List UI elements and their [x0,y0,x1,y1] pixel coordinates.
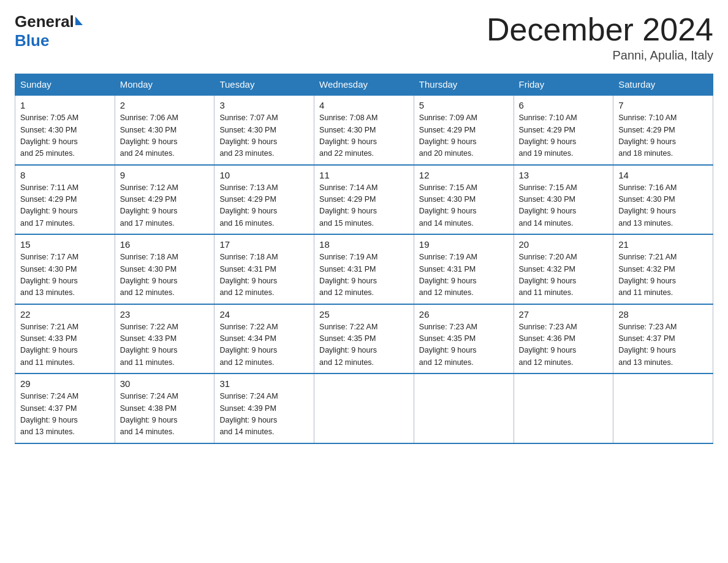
day-number: 21 [618,239,708,250]
calendar-cell: 2Sunrise: 7:06 AMSunset: 4:30 PMDaylight… [115,95,214,165]
calendar-cell [613,373,713,443]
calendar-header-thursday: Thursday [414,74,514,96]
calendar-cell: 11Sunrise: 7:14 AMSunset: 4:29 PMDayligh… [314,165,414,235]
day-info: Sunrise: 7:05 AMSunset: 4:30 PMDaylight:… [20,112,110,160]
day-number: 17 [219,239,309,250]
calendar-cell: 12Sunrise: 7:15 AMSunset: 4:30 PMDayligh… [414,165,514,235]
location: Panni, Apulia, Italy [487,48,713,63]
calendar-cell: 25Sunrise: 7:22 AMSunset: 4:35 PMDayligh… [314,304,414,374]
calendar-cell: 19Sunrise: 7:19 AMSunset: 4:31 PMDayligh… [414,234,514,304]
day-info: Sunrise: 7:21 AMSunset: 4:32 PMDaylight:… [618,251,708,299]
day-number: 15 [20,239,110,250]
calendar-cell: 20Sunrise: 7:20 AMSunset: 4:32 PMDayligh… [514,234,613,304]
day-info: Sunrise: 7:07 AMSunset: 4:30 PMDaylight:… [219,112,309,160]
day-number: 14 [618,170,708,180]
day-info: Sunrise: 7:09 AMSunset: 4:29 PMDaylight:… [419,112,509,160]
logo-row1: General [15,12,83,31]
day-info: Sunrise: 7:22 AMSunset: 4:34 PMDaylight:… [219,321,309,369]
day-info: Sunrise: 7:19 AMSunset: 4:31 PMDaylight:… [319,251,409,299]
day-info: Sunrise: 7:24 AMSunset: 4:38 PMDaylight:… [120,391,210,439]
calendar-cell: 3Sunrise: 7:07 AMSunset: 4:30 PMDaylight… [214,95,314,165]
day-info: Sunrise: 7:11 AMSunset: 4:29 PMDaylight:… [20,182,110,230]
logo-blue-text: Blue [15,31,49,50]
day-info: Sunrise: 7:08 AMSunset: 4:30 PMDaylight:… [319,112,409,160]
day-number: 8 [20,170,110,180]
day-number: 5 [419,100,509,110]
calendar-cell: 9Sunrise: 7:12 AMSunset: 4:29 PMDaylight… [115,165,214,235]
logo-triangle-icon [75,17,83,25]
calendar-cell: 4Sunrise: 7:08 AMSunset: 4:30 PMDaylight… [314,95,414,165]
calendar-header-saturday: Saturday [613,74,713,96]
calendar-cell [314,373,414,443]
calendar-cell: 21Sunrise: 7:21 AMSunset: 4:32 PMDayligh… [613,234,713,304]
day-info: Sunrise: 7:22 AMSunset: 4:35 PMDaylight:… [319,321,409,369]
logo-row2: Blue [15,31,49,50]
day-number: 22 [20,309,110,320]
day-info: Sunrise: 7:15 AMSunset: 4:30 PMDaylight:… [419,182,509,230]
day-number: 27 [519,309,609,320]
calendar-week-4: 22Sunrise: 7:21 AMSunset: 4:33 PMDayligh… [15,304,713,374]
calendar-cell: 26Sunrise: 7:23 AMSunset: 4:35 PMDayligh… [414,304,514,374]
day-number: 25 [319,309,409,320]
calendar-cell [514,373,613,443]
day-number: 26 [419,309,509,320]
calendar-header-friday: Friday [514,74,613,96]
calendar-cell: 23Sunrise: 7:22 AMSunset: 4:33 PMDayligh… [115,304,214,374]
calendar-cell: 15Sunrise: 7:17 AMSunset: 4:30 PMDayligh… [15,234,115,304]
calendar-cell: 14Sunrise: 7:16 AMSunset: 4:30 PMDayligh… [613,165,713,235]
day-info: Sunrise: 7:22 AMSunset: 4:33 PMDaylight:… [120,321,210,369]
calendar-week-5: 29Sunrise: 7:24 AMSunset: 4:37 PMDayligh… [15,373,713,443]
header: General Blue December 2024 Panni, Apulia… [15,12,713,63]
day-number: 31 [219,378,309,389]
day-number: 12 [419,170,509,180]
day-info: Sunrise: 7:06 AMSunset: 4:30 PMDaylight:… [120,112,210,160]
day-info: Sunrise: 7:18 AMSunset: 4:31 PMDaylight:… [219,251,309,299]
logo: General Blue [15,12,83,50]
calendar-cell: 10Sunrise: 7:13 AMSunset: 4:29 PMDayligh… [214,165,314,235]
day-info: Sunrise: 7:24 AMSunset: 4:37 PMDaylight:… [20,391,110,439]
calendar-cell: 6Sunrise: 7:10 AMSunset: 4:29 PMDaylight… [514,95,613,165]
day-number: 9 [120,170,210,180]
day-info: Sunrise: 7:23 AMSunset: 4:36 PMDaylight:… [519,321,609,369]
day-info: Sunrise: 7:10 AMSunset: 4:29 PMDaylight:… [618,112,708,160]
calendar-week-3: 15Sunrise: 7:17 AMSunset: 4:30 PMDayligh… [15,234,713,304]
day-info: Sunrise: 7:20 AMSunset: 4:32 PMDaylight:… [519,251,609,299]
day-info: Sunrise: 7:23 AMSunset: 4:35 PMDaylight:… [419,321,509,369]
day-info: Sunrise: 7:21 AMSunset: 4:33 PMDaylight:… [20,321,110,369]
day-info: Sunrise: 7:23 AMSunset: 4:37 PMDaylight:… [618,321,708,369]
calendar-cell: 1Sunrise: 7:05 AMSunset: 4:30 PMDaylight… [15,95,115,165]
day-number: 24 [219,309,309,320]
calendar-cell: 22Sunrise: 7:21 AMSunset: 4:33 PMDayligh… [15,304,115,374]
day-number: 18 [319,239,409,250]
day-number: 3 [219,100,309,110]
calendar-cell: 16Sunrise: 7:18 AMSunset: 4:30 PMDayligh… [115,234,214,304]
day-number: 10 [219,170,309,180]
calendar-cell: 30Sunrise: 7:24 AMSunset: 4:38 PMDayligh… [115,373,214,443]
day-info: Sunrise: 7:18 AMSunset: 4:30 PMDaylight:… [120,251,210,299]
calendar-header-sunday: Sunday [15,74,115,96]
day-number: 7 [618,100,708,110]
day-info: Sunrise: 7:24 AMSunset: 4:39 PMDaylight:… [219,391,309,439]
calendar-header-tuesday: Tuesday [214,74,314,96]
calendar-cell: 27Sunrise: 7:23 AMSunset: 4:36 PMDayligh… [514,304,613,374]
calendar-header-monday: Monday [115,74,214,96]
day-number: 20 [519,239,609,250]
calendar-header-wednesday: Wednesday [314,74,414,96]
day-number: 19 [419,239,509,250]
day-info: Sunrise: 7:16 AMSunset: 4:30 PMDaylight:… [618,182,708,230]
day-number: 28 [618,309,708,320]
day-info: Sunrise: 7:12 AMSunset: 4:29 PMDaylight:… [120,182,210,230]
day-number: 13 [519,170,609,180]
logo-general-text: General [15,12,74,31]
day-info: Sunrise: 7:13 AMSunset: 4:29 PMDaylight:… [219,182,309,230]
day-info: Sunrise: 7:17 AMSunset: 4:30 PMDaylight:… [20,251,110,299]
calendar-cell: 17Sunrise: 7:18 AMSunset: 4:31 PMDayligh… [214,234,314,304]
day-number: 23 [120,309,210,320]
day-info: Sunrise: 7:15 AMSunset: 4:30 PMDaylight:… [519,182,609,230]
page: General Blue December 2024 Panni, Apulia… [0,0,728,563]
day-number: 1 [20,100,110,110]
day-number: 6 [519,100,609,110]
calendar-week-1: 1Sunrise: 7:05 AMSunset: 4:30 PMDaylight… [15,95,713,165]
day-number: 30 [120,378,210,389]
day-number: 4 [319,100,409,110]
